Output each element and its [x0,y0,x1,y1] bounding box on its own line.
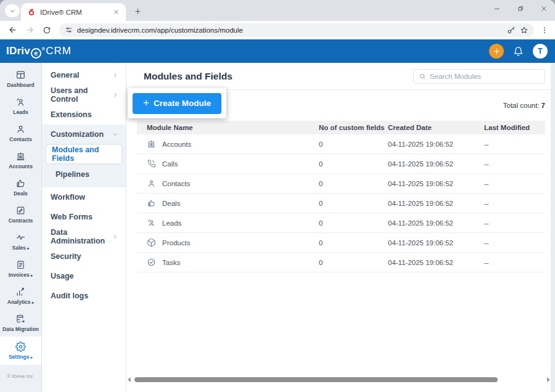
data-migration-icon [15,314,26,324]
search-modules-box[interactable] [413,69,545,84]
reload-button[interactable] [39,23,54,38]
created-date: 04-11-2025 19:06:52 [388,239,484,247]
horizontal-scrollbar[interactable] [128,377,550,383]
app-header: IDrive®CRM T [0,39,555,63]
created-date: 04-11-2025 19:06:52 [388,180,484,187]
leads-icon [15,97,26,107]
search-modules-input[interactable] [430,73,540,80]
dashboard-icon [15,70,26,80]
submenu-item-audit-logs[interactable]: Audit logs [42,286,126,306]
sidebar-item-settings[interactable]: Settings ▸ [0,337,41,365]
submenu-item-usage[interactable]: Usage [42,266,126,286]
arrow-left-icon [8,25,17,35]
submenu-item-modules-and-fields[interactable]: Modules and Fields [46,145,121,163]
restore-button[interactable] [516,4,525,14]
submenu-item-customization[interactable]: Customization [42,125,126,144]
submenu-item-general[interactable]: General [42,65,126,85]
sidebar-item-data-migration[interactable]: Data Migration [0,309,41,337]
create-module-button[interactable]: + Create Module [133,93,221,114]
custom-fields-count: 0 [319,239,388,247]
submenu-item-pipelines[interactable]: Pipelines [42,165,126,184]
chevron-right-icon [112,92,118,98]
address-bar[interactable]: designdev.idrivecrm.com/app/customizatio… [59,23,534,37]
invoices-icon [15,259,26,270]
sidebar-item-accounts[interactable]: Accounts [0,147,41,174]
user-avatar[interactable]: T [533,44,548,59]
logo-registered-mark: ® [42,47,45,51]
table-row-deals[interactable]: Deals 0 04-11-2025 19:06:52 -- [137,194,545,213]
browser-tab[interactable]: IDrive® CRM [21,3,126,21]
sidebar-item-contacts[interactable]: Contacts [0,120,41,147]
column-header-last-modified: Last Modified [484,124,545,131]
plus-icon [134,7,142,15]
submenu-item-data-administration[interactable]: Data Administration [42,227,126,247]
submenu-item-users-and-control[interactable]: Users and Control [42,85,126,105]
table-row-contacts[interactable]: Contacts 0 04-11-2025 19:06:52 -- [137,174,545,194]
table-row-leads[interactable]: Leads 0 04-11-2025 19:06:52 -- [137,213,545,233]
notifications-button[interactable] [513,46,524,57]
vertical-scrollbar-track[interactable] [551,63,555,392]
table-row-accounts[interactable]: Accounts 0 04-11-2025 19:06:52 -- [137,134,545,154]
module-name: Contacts [162,180,190,187]
kebab-menu-icon [540,26,549,35]
quick-create-button[interactable] [489,44,504,59]
minimize-button[interactable] [492,4,502,14]
created-date: 04-11-2025 19:06:52 [388,259,484,266]
close-tab-button[interactable] [111,7,121,17]
create-module-spotlight: + Create Module [128,88,226,118]
created-date: 04-11-2025 19:06:52 [388,141,484,148]
scroll-right-button[interactable] [547,377,550,382]
site-settings-icon[interactable] [65,26,73,34]
custom-fields-count: 0 [319,219,388,227]
new-tab-button[interactable] [132,6,143,17]
submenu-arrow: ▸ [31,355,33,359]
scrollbar-track[interactable] [133,377,545,382]
table-row-tasks[interactable]: Tasks 0 04-11-2025 19:06:52 -- [137,253,545,272]
submenu-item-workflow[interactable]: Workflow [42,187,126,207]
last-modified: -- [484,160,545,168]
table-row-products[interactable]: Products 0 04-11-2025 19:06:52 -- [137,233,545,253]
minimize-icon [493,5,501,12]
sidebar-item-dashboard[interactable]: Dashboard [0,65,41,92]
created-date: 04-11-2025 19:06:52 [388,219,484,227]
scroll-left-button[interactable] [128,377,131,382]
analytics-icon [15,287,26,297]
sidebar-item-contracts[interactable]: Contracts [0,201,41,228]
last-modified: -- [484,141,545,148]
table-row-calls[interactable]: Calls 0 04-11-2025 19:06:52 -- [137,154,545,174]
sidebar-item-sales[interactable]: Sales ▸ [0,228,41,255]
logo-e-mark: e [31,48,41,59]
tab-list-menu-button[interactable] [5,4,20,17]
submenu-item-web-forms[interactable]: Web Forms [42,207,126,227]
password-key-icon[interactable] [507,26,516,35]
accounts-module-icon [147,139,156,149]
total-count-label: Total count: [503,102,540,109]
close-window-button[interactable] [539,4,549,14]
submenu-item-extensions[interactable]: Extensions [42,105,126,125]
scrollbar-thumb[interactable] [134,377,498,382]
sidebar-item-analytics[interactable]: Analytics ▸ [0,282,41,309]
sidebar-item-invoices[interactable]: Invoices ▸ [0,255,41,282]
back-button[interactable] [5,23,20,38]
total-count-value: 7 [541,102,545,109]
sidebar-item-deals[interactable]: Deals [0,174,41,201]
module-name: Accounts [162,141,191,148]
submenu-arrow: ▸ [32,300,34,304]
chevron-right-icon [112,234,118,240]
submenu-item-security[interactable]: Security [42,247,126,266]
url-text: designdev.idrivecrm.com/app/customizatio… [77,27,503,34]
leads-module-icon [147,218,156,227]
bookmark-star-icon[interactable] [520,26,528,35]
last-modified: -- [484,219,545,227]
tab-title: IDrive® CRM [40,9,107,16]
sidebar-item-leads[interactable]: Leads [0,92,41,120]
module-name: Products [162,239,190,247]
contacts-icon [15,124,26,134]
custom-fields-count: 0 [319,200,388,207]
column-header-created-date: Created Date [388,124,484,131]
idrive-favicon [27,8,36,17]
arrow-right-icon [25,25,35,35]
module-name: Leads [162,219,181,227]
forward-button[interactable] [22,23,37,38]
browser-menu-button[interactable] [540,26,549,35]
